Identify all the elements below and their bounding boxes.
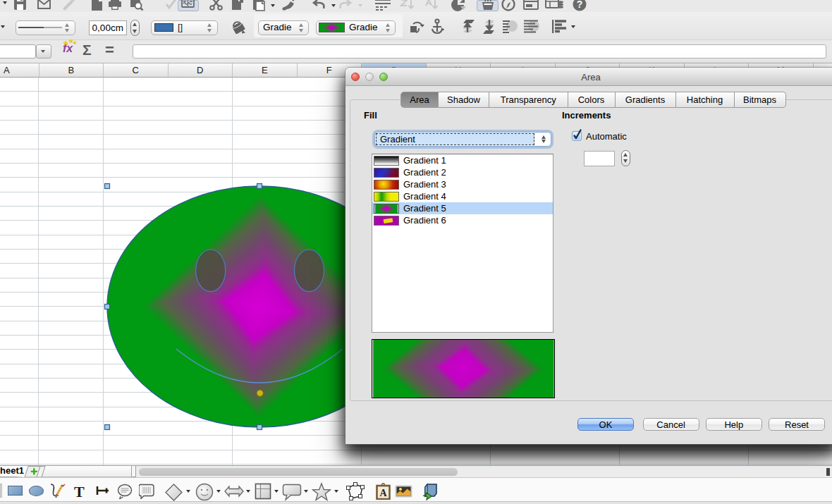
svg-text:?: ? bbox=[577, 0, 583, 10]
svg-text:A: A bbox=[379, 488, 387, 498]
